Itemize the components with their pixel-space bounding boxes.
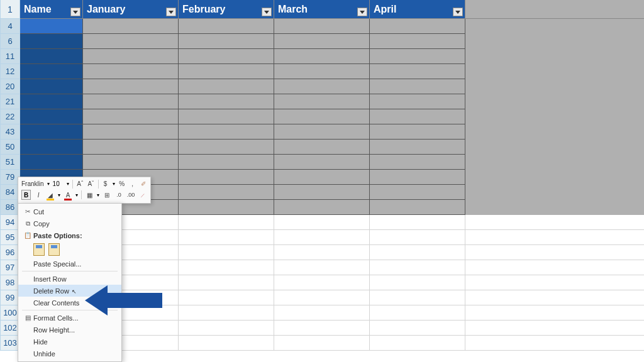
percent-button[interactable]: % [118, 179, 126, 189]
cell[interactable] [179, 275, 274, 290]
clear-format-button[interactable]: ⟋ [138, 190, 147, 200]
cell-name[interactable] [20, 19, 83, 34]
cell-month[interactable] [274, 124, 370, 140]
cell-name[interactable] [20, 109, 83, 124]
cell-month[interactable] [83, 155, 179, 170]
cell-month[interactable] [274, 109, 370, 124]
cell[interactable] [274, 290, 370, 305]
cell-month[interactable] [370, 79, 465, 94]
column-header-march[interactable]: March [274, 0, 370, 19]
cell-month[interactable] [274, 185, 370, 200]
cell[interactable] [179, 321, 274, 336]
cell[interactable] [179, 245, 274, 260]
cell[interactable] [179, 215, 274, 230]
cell[interactable] [274, 336, 370, 351]
decrease-decimal-button[interactable]: .0 [114, 190, 123, 200]
row-number[interactable]: 11 [0, 49, 20, 64]
cell-month[interactable] [370, 124, 465, 140]
cell-month[interactable] [370, 155, 465, 170]
cell[interactable] [179, 260, 274, 275]
cell[interactable] [370, 290, 465, 305]
cell-month[interactable] [83, 64, 179, 79]
cell-name[interactable] [20, 49, 83, 64]
cell[interactable] [370, 260, 465, 275]
font-size-selector[interactable]: 10 [53, 180, 64, 187]
cell[interactable] [179, 230, 274, 245]
menu-paste-special[interactable]: Paste Special... [18, 258, 121, 270]
cell[interactable] [274, 305, 370, 321]
cell[interactable] [370, 305, 465, 321]
row-number[interactable]: 4 [0, 19, 20, 34]
cell-month[interactable] [179, 124, 274, 140]
menu-insert-row[interactable]: Insert Row [18, 273, 121, 285]
filter-button-name[interactable] [70, 8, 80, 16]
cell[interactable] [370, 275, 465, 290]
cell-month[interactable] [179, 140, 274, 155]
cell-month[interactable] [179, 19, 274, 34]
cell-month[interactable] [370, 170, 465, 185]
comma-style-button[interactable]: , [129, 179, 136, 189]
cell-month[interactable] [83, 124, 179, 140]
cell-month[interactable] [274, 19, 370, 34]
cell-month[interactable] [370, 140, 465, 155]
cell-month[interactable] [179, 49, 274, 64]
table-row[interactable]: 22 [0, 109, 644, 124]
cell-month[interactable] [83, 79, 179, 94]
cell-month[interactable] [370, 200, 465, 215]
row-number[interactable]: 43 [0, 124, 20, 140]
column-header-name[interactable]: Name [20, 0, 83, 19]
cell-month[interactable] [370, 34, 465, 49]
row-number[interactable]: 51 [0, 155, 20, 170]
cell-month[interactable] [274, 200, 370, 215]
cell-month[interactable] [274, 170, 370, 185]
cell-month[interactable] [370, 94, 465, 109]
cell-month[interactable] [274, 94, 370, 109]
row-number[interactable]: 22 [0, 109, 20, 124]
table-row[interactable]: 4 [0, 19, 644, 34]
table-row[interactable]: 12 [0, 64, 644, 79]
bold-button[interactable]: B [21, 190, 31, 200]
cell[interactable] [370, 230, 465, 245]
row-number[interactable]: 6 [0, 34, 20, 49]
table-row[interactable]: 21 [0, 94, 644, 109]
menu-copy[interactable]: ⧉ Copy [18, 217, 121, 229]
cell-month[interactable] [179, 185, 274, 200]
cell-name[interactable] [20, 34, 83, 49]
cell[interactable] [179, 336, 274, 351]
table-row[interactable]: 43 [0, 124, 644, 140]
cell[interactable] [274, 230, 370, 245]
cell-month[interactable] [274, 155, 370, 170]
cell[interactable] [370, 336, 465, 351]
cell-name[interactable] [20, 124, 83, 140]
menu-unhide[interactable]: Unhide [18, 348, 121, 359]
cell-month[interactable] [83, 34, 179, 49]
table-row[interactable]: 11 [0, 49, 644, 64]
cell-month[interactable] [179, 94, 274, 109]
cell-month[interactable] [179, 34, 274, 49]
cell[interactable] [274, 275, 370, 290]
filter-button-march[interactable] [357, 8, 367, 16]
column-header-january[interactable]: January [83, 0, 179, 19]
increase-decimal-button[interactable]: .00 [126, 190, 135, 200]
cell-month[interactable] [370, 19, 465, 34]
cell-month[interactable] [370, 49, 465, 64]
cell-month[interactable] [83, 19, 179, 34]
cell-month[interactable] [83, 140, 179, 155]
row-number[interactable]: 12 [0, 64, 20, 79]
cell-month[interactable] [179, 64, 274, 79]
row-number[interactable]: 20 [0, 79, 20, 94]
cell-month[interactable] [370, 109, 465, 124]
filter-button-january[interactable] [166, 8, 176, 16]
cell[interactable] [370, 245, 465, 260]
menu-cut[interactable]: ✂ Cut [18, 206, 121, 217]
italic-button[interactable]: I [34, 190, 43, 200]
cell-month[interactable] [274, 64, 370, 79]
paste-option-1[interactable] [33, 243, 45, 256]
paste-option-2[interactable] [48, 243, 60, 256]
cell-name[interactable] [20, 140, 83, 155]
cell-month[interactable] [179, 200, 274, 215]
cell-month[interactable] [274, 34, 370, 49]
decrease-font-button[interactable]: Aˇ [87, 179, 94, 189]
cell-month[interactable] [274, 140, 370, 155]
cell[interactable] [179, 290, 274, 305]
